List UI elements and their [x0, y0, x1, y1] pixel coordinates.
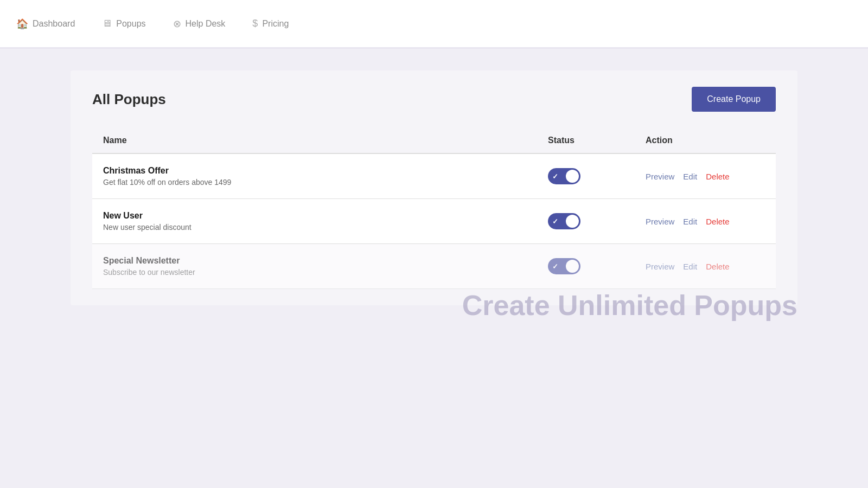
popup-info: Christmas Offer Get flat 10% off on orde…	[103, 166, 548, 187]
delete-button[interactable]: Delete	[706, 172, 729, 181]
action-buttons: Preview Edit Delete	[646, 172, 765, 181]
status-toggle[interactable]: ✓	[548, 168, 580, 184]
navbar: 🏠 Dashboard 🖥 Popups ⊗ Help Desk $ Prici…	[0, 0, 868, 49]
nav-pricing-label: Pricing	[262, 19, 289, 29]
popup-name: New User	[103, 211, 548, 221]
status-toggle-container: ✓	[548, 213, 646, 229]
create-popup-button[interactable]: Create Popup	[692, 87, 776, 112]
header-name: Name	[103, 136, 548, 145]
header-status: Status	[548, 136, 646, 145]
edit-button[interactable]: Edit	[683, 172, 697, 181]
content-wrapper: All Popups Create Popup Name Status Acti…	[71, 70, 797, 305]
nav-helpdesk[interactable]: ⊗ Help Desk	[162, 0, 242, 47]
toggle-knob	[566, 260, 579, 273]
table-row: New User New user special discount ✓ Pre…	[92, 199, 776, 244]
status-toggle[interactable]: ✓	[548, 213, 580, 229]
action-buttons: Preview Edit Delete	[646, 262, 765, 271]
toggle-check-icon: ✓	[552, 262, 558, 271]
nav-pricing[interactable]: $ Pricing	[241, 0, 305, 47]
nav-dashboard-label: Dashboard	[33, 19, 75, 29]
nav-popups-label: Popups	[116, 19, 145, 29]
popup-description: New user special discount	[103, 223, 548, 232]
toggle-check-icon: ✓	[552, 217, 558, 226]
popup-info: New User New user special discount	[103, 211, 548, 232]
home-icon: 🏠	[16, 18, 28, 30]
table-row: Christmas Offer Get flat 10% off on orde…	[92, 154, 776, 199]
popup-name: Christmas Offer	[103, 166, 548, 176]
action-buttons: Preview Edit Delete	[646, 217, 765, 226]
status-toggle[interactable]: ✓	[548, 258, 580, 274]
nav-helpdesk-label: Help Desk	[186, 19, 226, 29]
toggle-knob	[566, 215, 579, 228]
status-toggle-container: ✓	[548, 258, 646, 274]
table-row: Special Newsletter Subscribe to our news…	[92, 244, 776, 289]
popup-info: Special Newsletter Subscribe to our news…	[103, 256, 548, 277]
delete-button[interactable]: Delete	[706, 217, 729, 226]
status-toggle-container: ✓	[548, 168, 646, 184]
page-title: All Popups	[92, 91, 166, 108]
preview-button[interactable]: Preview	[646, 172, 674, 181]
pricing-icon: $	[252, 18, 258, 29]
popup-name: Special Newsletter	[103, 256, 548, 266]
edit-button[interactable]: Edit	[683, 217, 697, 226]
card-header: All Popups Create Popup	[92, 87, 776, 112]
helpdesk-icon: ⊗	[173, 18, 181, 30]
toggle-check-icon: ✓	[552, 172, 558, 181]
content-card: All Popups Create Popup Name Status Acti…	[71, 70, 797, 305]
nav-popups[interactable]: 🖥 Popups	[91, 0, 162, 47]
preview-button[interactable]: Preview	[646, 217, 674, 226]
delete-button[interactable]: Delete	[706, 262, 729, 271]
popup-description: Get flat 10% off on orders above 1499	[103, 178, 548, 187]
popups-icon: 🖥	[102, 18, 112, 29]
table-header: Name Status Action	[92, 128, 776, 154]
toggle-knob	[566, 170, 579, 183]
header-action: Action	[646, 136, 765, 145]
popup-description: Subscribe to our newsletter	[103, 268, 548, 277]
edit-button[interactable]: Edit	[683, 262, 697, 271]
nav-dashboard[interactable]: 🏠 Dashboard	[11, 0, 91, 47]
preview-button[interactable]: Preview	[646, 262, 674, 271]
main-content: All Popups Create Popup Name Status Acti…	[0, 49, 868, 488]
